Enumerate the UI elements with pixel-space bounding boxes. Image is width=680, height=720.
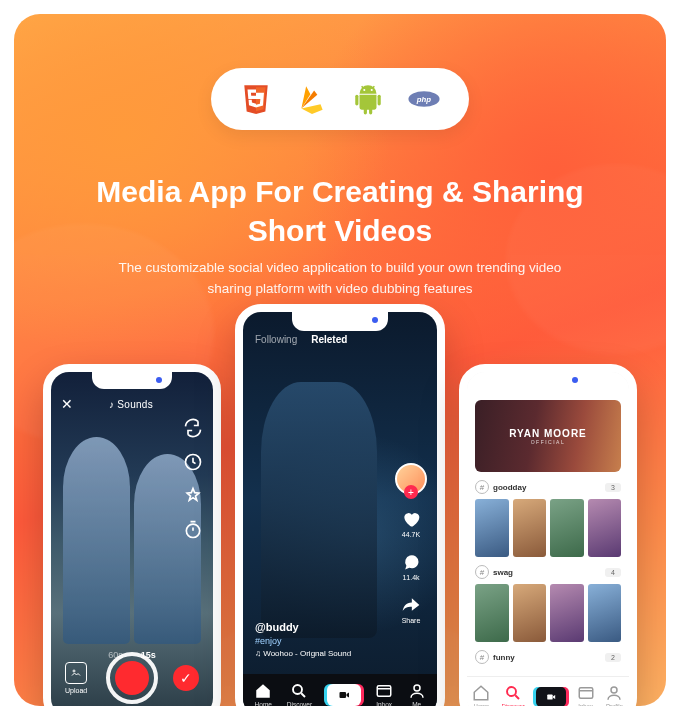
share-icon xyxy=(401,595,421,615)
phone-notch xyxy=(92,371,172,389)
bottom-nav: Home Discover Inbox Me xyxy=(243,674,437,706)
speed-icon[interactable] xyxy=(183,452,203,472)
comment-button[interactable]: 11.4k xyxy=(401,552,421,581)
phone-discover-screen: RYAN MOORE OFFICIAL # goodday 3 xyxy=(459,364,637,706)
bottom-nav: Home Discover Inbox Profile xyxy=(467,676,629,706)
hashtag-name[interactable]: funny xyxy=(493,653,515,662)
hashtag-name[interactable]: goodday xyxy=(493,483,526,492)
subtitle: The customizable social video applicatio… xyxy=(14,258,666,300)
nav-create[interactable] xyxy=(536,687,566,707)
hero-banner: php Media App For Creating & Sharing Sho… xyxy=(14,14,666,706)
banner-subtitle: OFFICIAL xyxy=(531,439,566,445)
flip-camera-icon[interactable] xyxy=(183,418,203,438)
creator-avatar[interactable] xyxy=(395,463,427,495)
gallery-icon xyxy=(65,662,87,684)
video-thumb[interactable] xyxy=(550,584,584,642)
svg-point-8 xyxy=(73,670,75,672)
featured-banner[interactable]: RYAN MOORE OFFICIAL xyxy=(475,400,621,472)
phone-feed-screen: Following Releted 44.7K 11.4k Share xyxy=(235,304,445,706)
creator-handle[interactable]: @buddy xyxy=(255,621,351,633)
hashtag-icon: # xyxy=(475,650,489,664)
tab-related[interactable]: Releted xyxy=(311,334,347,345)
inbox-icon xyxy=(375,682,393,700)
svg-point-9 xyxy=(293,685,302,694)
svg-text:php: php xyxy=(416,95,432,104)
hashtag-row: # funny 2 xyxy=(475,650,621,664)
hashtag-row: # goodday 3 xyxy=(475,480,621,557)
banner-title: RYAN MOORE xyxy=(509,428,587,439)
sounds-picker[interactable]: ♪ Sounds xyxy=(79,399,183,410)
sound-track[interactable]: ♫ Woohoo - Orignal Sound xyxy=(255,649,351,658)
svg-rect-0 xyxy=(355,95,358,106)
hashtag-icon: # xyxy=(475,480,489,494)
nav-create[interactable] xyxy=(327,684,361,706)
phone-notch xyxy=(292,311,388,331)
video-thumb[interactable] xyxy=(588,584,622,642)
feed-tabs: Following Releted xyxy=(255,334,347,345)
hashtag-count: 2 xyxy=(605,653,621,662)
tech-badges: php xyxy=(211,68,469,130)
like-count: 44.7K xyxy=(402,531,420,538)
video-thumb[interactable] xyxy=(588,499,622,557)
feed-action-rail: 44.7K 11.4k Share xyxy=(395,463,427,624)
video-thumb[interactable] xyxy=(513,499,547,557)
svg-rect-10 xyxy=(339,692,346,698)
close-icon[interactable]: ✕ xyxy=(61,396,73,412)
hashtag-count: 4 xyxy=(605,568,621,577)
svg-point-7 xyxy=(186,524,199,537)
nav-me[interactable]: Me xyxy=(408,682,426,706)
like-button[interactable]: 44.7K xyxy=(401,509,421,538)
php-icon: php xyxy=(407,82,441,116)
nav-home[interactable]: Home xyxy=(472,684,490,706)
video-thumb[interactable] xyxy=(550,499,584,557)
svg-point-13 xyxy=(507,687,516,696)
confirm-icon[interactable]: ✓ xyxy=(173,665,199,691)
record-button[interactable] xyxy=(106,652,158,704)
search-icon xyxy=(504,684,522,702)
feed-meta: @buddy #enjoy ♫ Woohoo - Orignal Sound xyxy=(255,621,351,658)
hashtag-name[interactable]: swag xyxy=(493,568,513,577)
upload-label: Upload xyxy=(65,687,87,694)
nav-profile[interactable]: Profile xyxy=(605,684,623,706)
svg-rect-15 xyxy=(579,688,593,699)
search-icon xyxy=(290,682,308,700)
phone-showcase: ✕ ♪ Sounds 60s 15s Upload ✓ xyxy=(14,304,666,706)
beauty-icon[interactable] xyxy=(183,486,203,506)
hashtag-count: 3 xyxy=(605,483,621,492)
nav-discover[interactable]: Discover xyxy=(287,682,312,706)
share-button[interactable]: Share xyxy=(401,595,421,624)
svg-point-12 xyxy=(414,685,420,691)
svg-rect-1 xyxy=(378,95,381,106)
timer-icon[interactable] xyxy=(183,520,203,540)
profile-icon xyxy=(408,682,426,700)
svg-point-16 xyxy=(611,687,617,693)
nav-discover[interactable]: Discover xyxy=(501,684,524,706)
camera-subjects xyxy=(63,400,201,644)
svg-rect-11 xyxy=(377,686,391,697)
video-thumb[interactable] xyxy=(475,499,509,557)
svg-rect-14 xyxy=(547,694,552,699)
firebase-icon xyxy=(295,82,329,116)
discover-page: RYAN MOORE OFFICIAL # goodday 3 xyxy=(467,372,629,706)
feed-subject xyxy=(261,382,377,638)
nav-inbox[interactable]: Inbox xyxy=(577,684,595,706)
video-thumb[interactable] xyxy=(475,584,509,642)
comment-icon xyxy=(401,552,421,572)
heart-icon xyxy=(401,509,421,529)
inbox-icon xyxy=(577,684,595,702)
hashtag[interactable]: #enjoy xyxy=(255,636,351,646)
phone-camera-screen: ✕ ♪ Sounds 60s 15s Upload ✓ xyxy=(43,364,221,706)
svg-point-3 xyxy=(371,89,373,91)
svg-point-2 xyxy=(363,89,365,91)
tab-following[interactable]: Following xyxy=(255,334,297,345)
nav-inbox[interactable]: Inbox xyxy=(375,682,393,706)
upload-button[interactable]: Upload xyxy=(65,662,87,694)
hashtag-icon: # xyxy=(475,565,489,579)
home-icon xyxy=(254,682,272,700)
share-label: Share xyxy=(402,617,421,624)
video-thumb[interactable] xyxy=(513,584,547,642)
headline: Media App For Creating & Sharing Short V… xyxy=(14,172,666,250)
android-icon xyxy=(351,82,385,116)
html5-icon xyxy=(239,82,273,116)
nav-home[interactable]: Home xyxy=(254,682,272,706)
